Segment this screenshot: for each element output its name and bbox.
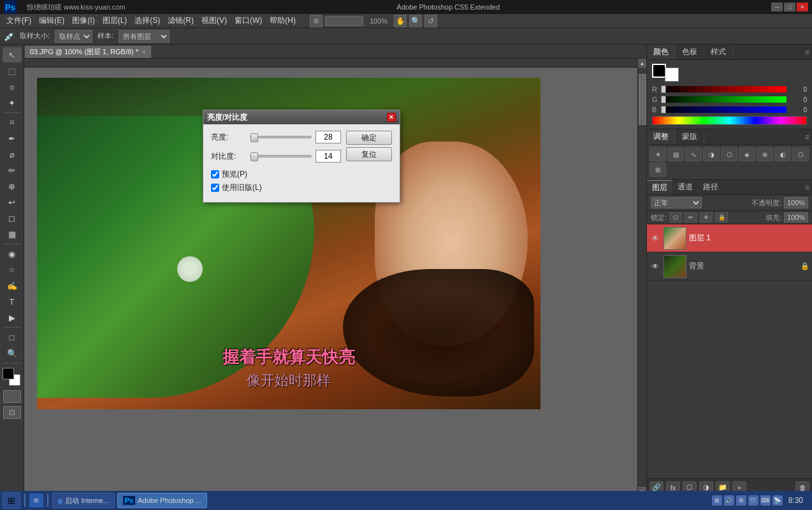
maximize-button[interactable]: □ (784, 3, 795, 11)
document-tab[interactable]: 03.JPG @ 100% (图层 1, RGB/8) * × (24, 45, 152, 58)
move-tool[interactable]: ↖ (3, 47, 22, 62)
adj-exposure-btn[interactable]: ◑ (703, 147, 720, 161)
pen-tool[interactable]: ✍ (3, 278, 22, 293)
dialog-titlebar[interactable]: 亮度/对比度 ✕ (203, 110, 400, 124)
adj-brightness-btn[interactable]: ☀ (649, 147, 666, 161)
path-select-tool[interactable]: ▶ (3, 310, 22, 325)
tray-icon-6[interactable]: 📡 (772, 495, 783, 506)
blue-slider-track[interactable] (661, 106, 787, 113)
adj-colorbalance-btn[interactable]: ⊛ (757, 147, 773, 161)
tray-icon-3[interactable]: ⚙ (736, 495, 746, 506)
crop-tool[interactable]: ⌗ (3, 115, 22, 130)
layer-1-visibility-icon[interactable]: 👁 (649, 233, 661, 244)
scroll-up-button[interactable]: ▲ (638, 59, 646, 68)
eyedropper-tool[interactable]: ✒ (3, 131, 22, 146)
layer-bg-visibility-icon[interactable]: 👁 (649, 261, 661, 272)
menu-view[interactable]: 视图(V) (198, 14, 231, 27)
quick-mask-btn[interactable] (3, 390, 21, 403)
clone-tool[interactable]: ⊕ (3, 178, 22, 194)
tab-color[interactable]: 颜色 (647, 45, 676, 59)
tab-masks[interactable]: 蒙版 (676, 129, 704, 144)
tab-paths[interactable]: 路径 (698, 180, 723, 194)
adj-panel-menu-icon[interactable]: ≡ (805, 133, 809, 142)
adj-photofilter-btn[interactable]: ⬡ (792, 147, 809, 161)
lasso-tool[interactable]: ⌾ (3, 79, 22, 94)
adj-levels-btn[interactable]: ▤ (667, 147, 684, 161)
blue-slider-thumb[interactable] (661, 106, 666, 113)
lock-pixels-btn[interactable]: ✏ (685, 212, 697, 222)
color-panel-menu-icon[interactable]: ≡ (805, 48, 809, 57)
opacity-input[interactable] (784, 197, 808, 208)
minimize-button[interactable]: ─ (771, 3, 783, 11)
brightness-slider-track[interactable] (250, 136, 312, 138)
magic-wand-tool[interactable]: ✦ (3, 95, 22, 110)
preview-checkbox[interactable] (211, 170, 219, 178)
lock-all-btn[interactable]: 🔒 (715, 212, 728, 222)
tab-channels[interactable]: 通道 (672, 180, 698, 194)
green-slider-track[interactable] (661, 96, 787, 103)
tray-icon-4[interactable]: 🛡 (748, 495, 758, 506)
adj-bw-btn[interactable]: ◐ (774, 147, 791, 161)
menu-window[interactable]: 窗口(W) (231, 14, 266, 27)
screen-mode-btn[interactable]: ⊡ (3, 406, 21, 419)
tab-adjustments[interactable]: 调整 (647, 129, 676, 144)
legacy-checkbox[interactable] (211, 184, 219, 192)
eraser-tool[interactable]: ◻ (3, 210, 22, 226)
contrast-slider-thumb[interactable] (250, 152, 258, 161)
history-tool[interactable]: ↩ (3, 194, 22, 210)
blur-tool[interactable]: ◉ (3, 246, 22, 261)
brush-tool[interactable]: ✏ (3, 163, 22, 178)
tray-icon-1[interactable]: ⊞ (712, 495, 722, 506)
menu-file[interactable]: 文件(F) (3, 14, 35, 27)
sample-size-select[interactable]: 取样点 (55, 30, 92, 43)
menu-layer[interactable]: 图层(L) (99, 14, 131, 27)
tab-close-button[interactable]: × (142, 48, 146, 55)
layers-panel-menu-icon[interactable]: ≡ (805, 183, 809, 192)
scroll-thumb[interactable] (639, 74, 646, 125)
dodge-tool[interactable]: ○ (3, 262, 22, 277)
ok-button[interactable]: 确定 (346, 131, 392, 145)
menu-help[interactable]: 帮助(H) (266, 14, 300, 27)
bg-color-swatch[interactable] (665, 68, 679, 82)
layer-item-1[interactable]: 👁 图层 1 (647, 224, 812, 252)
tab-styles[interactable]: 样式 (704, 45, 733, 59)
menu-edit[interactable]: 编辑(E) (35, 14, 68, 27)
dialog-close-button[interactable]: ✕ (387, 113, 396, 122)
fg-color-swatch[interactable] (652, 64, 666, 78)
contrast-slider-track[interactable] (250, 155, 312, 157)
layer-blend-mode-select[interactable]: 正常 (651, 197, 702, 208)
layer-item-background[interactable]: 👁 背景 🔒 (647, 252, 812, 280)
menu-image[interactable]: 图像(I) (68, 14, 98, 27)
tray-icon-5[interactable]: ⌨ (760, 495, 771, 506)
contrast-value-input[interactable] (315, 150, 341, 163)
color-spectrum-bar[interactable] (652, 116, 807, 125)
green-slider-thumb[interactable] (661, 96, 666, 103)
adj-channelmix-btn[interactable]: ⊞ (649, 163, 666, 177)
lock-position-btn[interactable]: ✛ (700, 212, 713, 222)
brightness-value-input[interactable] (315, 131, 341, 143)
foreground-color[interactable] (3, 368, 14, 379)
menu-filter[interactable]: 滤镜(R) (164, 14, 198, 27)
marquee-tool[interactable]: ⬚ (3, 63, 22, 78)
start-button[interactable]: ⊞ (3, 492, 20, 509)
canvas-vertical-scrollbar[interactable]: ▲ ▼ (637, 59, 646, 496)
adj-curves-btn[interactable]: ∿ (685, 147, 702, 161)
lock-transparent-btn[interactable]: ⬡ (669, 212, 682, 222)
tab-swatches[interactable]: 色板 (676, 45, 704, 59)
menu-select[interactable]: 选择(S) (131, 14, 164, 27)
taskbar-item-internet[interactable]: e 启动 Interne... (52, 493, 115, 508)
red-slider-thumb[interactable] (661, 85, 666, 93)
reset-button[interactable]: 复位 (346, 147, 392, 161)
gradient-tool[interactable]: ▦ (3, 226, 22, 242)
adj-hue-btn[interactable]: ◈ (739, 147, 755, 161)
zoom-tool-tb[interactable]: 🔍 (3, 346, 22, 361)
text-tool[interactable]: T (3, 294, 22, 309)
shape-tool[interactable]: □ (3, 330, 22, 345)
close-button[interactable]: ✕ (797, 3, 808, 11)
brightness-slider-thumb[interactable] (250, 133, 258, 142)
ie-quick-launch[interactable]: IE (29, 493, 43, 507)
tab-layers[interactable]: 图层 (647, 180, 672, 194)
healing-tool[interactable]: ⌀ (3, 147, 22, 162)
red-slider-track[interactable] (661, 86, 787, 92)
sample-from-select[interactable]: 所有图层 (119, 30, 170, 43)
